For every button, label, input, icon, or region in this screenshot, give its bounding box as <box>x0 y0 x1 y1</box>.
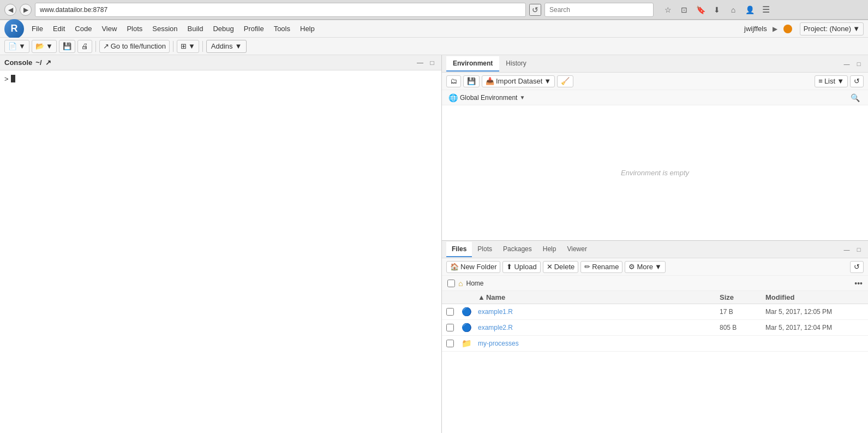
new-folder-button[interactable]: 🏠 New Folder <box>446 261 500 273</box>
save-env-button[interactable]: 🗂 <box>446 75 461 87</box>
menu-plots[interactable]: Plots <box>122 22 147 35</box>
rename-icon: ✏ <box>584 263 590 271</box>
console-body: > <box>0 70 441 433</box>
refresh-button[interactable]: ↺ <box>529 4 541 16</box>
user-expand-icon[interactable]: ▶ <box>770 24 780 34</box>
console-prompt-symbol: > <box>4 75 9 83</box>
rstudio-app: R File Edit Code View Plots Session Buil… <box>0 20 868 433</box>
tab-packages[interactable]: Packages <box>498 242 537 257</box>
path-home-label: Home <box>466 280 483 287</box>
toolbar-sep1 <box>95 41 96 52</box>
env-minimize-button[interactable]: — <box>842 59 852 69</box>
delete-button[interactable]: ✕ Delete <box>543 261 579 273</box>
browser-chrome: ◀ ▶ ↺ ☆ ⊡ 🔖 ⬇ ⌂ 👤 ☰ <box>0 0 868 20</box>
console-path: ~/ <box>35 58 41 67</box>
star-icon[interactable]: ☆ <box>661 3 674 16</box>
files-minimize-button[interactable]: — <box>842 245 852 254</box>
back-button[interactable]: ◀ <box>4 4 16 16</box>
menu-session[interactable]: Session <box>148 22 182 35</box>
console-cursor <box>11 75 15 82</box>
file-row3-name[interactable]: my-processes <box>478 340 717 347</box>
size-column-header[interactable]: Size <box>720 293 763 301</box>
table-row: 📁 my-processes <box>442 336 868 352</box>
clear-env-button[interactable]: 🧹 <box>557 75 573 87</box>
save-button[interactable]: 💾 <box>59 40 75 53</box>
rename-button[interactable]: ✏ Rename <box>580 261 622 273</box>
url-bar[interactable] <box>35 3 526 17</box>
menu-tools[interactable]: Tools <box>270 22 295 35</box>
tab-plots[interactable]: Plots <box>472 242 498 257</box>
tab-history[interactable]: History <box>499 56 532 72</box>
modified-column-header[interactable]: Modified <box>765 293 864 301</box>
menu-help[interactable]: Help <box>296 22 319 35</box>
go-to-file-button[interactable]: ↗ Go to file/function <box>99 40 170 53</box>
folder-row3-icon: 📁 <box>462 339 476 348</box>
file-row2-modified: Mar 5, 2017, 12:04 PM <box>765 324 864 331</box>
table-row: 🔵 example1.R 17 B Mar 5, 2017, 12:05 PM <box>442 304 868 320</box>
env-search-icon[interactable]: 🔍 <box>848 92 861 104</box>
tab-files[interactable]: Files <box>446 242 472 257</box>
import-dataset-icon: 📥 <box>486 77 494 85</box>
file-row2-checkbox[interactable] <box>446 324 454 331</box>
refresh-env-button[interactable]: ↺ <box>850 75 864 87</box>
console-minimize-button[interactable]: — <box>415 58 425 68</box>
env-maximize-button[interactable]: □ <box>854 59 864 69</box>
pocket-icon[interactable]: 🔖 <box>694 3 707 16</box>
account-icon[interactable]: 👤 <box>743 3 756 16</box>
refresh-files-button[interactable]: ↺ <box>850 261 864 273</box>
addins-button[interactable]: Addins ▼ <box>206 40 247 53</box>
browser-search-input[interactable] <box>544 3 654 17</box>
name-column-header[interactable]: ▲ Name <box>478 293 717 301</box>
open-file-button[interactable]: 📂 ▼ <box>32 40 57 53</box>
user-status-dot <box>783 25 792 33</box>
go-to-file-icon: ↗ <box>103 42 109 50</box>
path-more-button[interactable]: ••• <box>854 279 863 288</box>
menu-edit[interactable]: Edit <box>49 22 69 35</box>
more-button[interactable]: ⚙ More ▼ <box>625 261 666 273</box>
reader-icon[interactable]: ⊡ <box>678 3 691 16</box>
toolbar-sep2 <box>173 41 173 52</box>
print-button[interactable]: 🖨 <box>77 40 92 53</box>
load-env-button[interactable]: 💾 <box>463 75 480 87</box>
menu-code[interactable]: Code <box>70 22 96 35</box>
new-file-button[interactable]: 📄 ▼ <box>4 40 29 53</box>
global-env-dropdown-icon[interactable]: ▼ <box>519 94 525 100</box>
workspace-dropdown-icon: ▼ <box>188 42 195 50</box>
home-path-checkbox[interactable] <box>447 280 455 287</box>
home-nav-icon[interactable]: ⌂ <box>727 3 740 16</box>
menu-view[interactable]: View <box>97 22 121 35</box>
menu-file[interactable]: File <box>27 22 47 35</box>
forward-button[interactable]: ▶ <box>20 4 32 16</box>
import-dataset-button[interactable]: 📥 Import Dataset ▼ <box>482 75 555 87</box>
file-row1-checkbox[interactable] <box>446 308 454 316</box>
load-env-icon: 💾 <box>467 77 476 85</box>
file-row2-name[interactable]: example2.R <box>478 324 717 331</box>
list-view-button[interactable]: ≡ List ▼ <box>815 75 848 87</box>
menu-debug[interactable]: Debug <box>208 22 238 35</box>
right-panel: Environment History — □ 🗂 💾 <box>442 55 868 433</box>
workspace-view-button[interactable]: ⊞ ▼ <box>177 40 199 53</box>
new-folder-label: New Folder <box>460 263 496 271</box>
upload-button[interactable]: ⬆ Upload <box>502 261 540 273</box>
tab-help[interactable]: Help <box>537 242 562 257</box>
menu-build[interactable]: Build <box>183 22 208 35</box>
rename-label: Rename <box>592 263 619 271</box>
tab-viewer[interactable]: Viewer <box>561 242 592 257</box>
list-icon: ≡ <box>818 77 823 85</box>
menu-profile[interactable]: Profile <box>240 22 268 35</box>
console-maximize-button[interactable]: □ <box>427 58 437 68</box>
console-path-icon[interactable]: ↗ <box>45 58 51 67</box>
file-row1-icon: 🔵 <box>462 307 476 317</box>
browser-menu-button[interactable]: ☰ <box>759 3 773 16</box>
download-icon[interactable]: ⬇ <box>710 3 723 16</box>
tab-environment[interactable]: Environment <box>446 56 499 72</box>
more-dropdown-icon: ▼ <box>655 263 662 271</box>
files-maximize-button[interactable]: □ <box>854 245 864 254</box>
environment-tab-actions: — □ <box>842 59 864 69</box>
environment-panel: Environment History — □ 🗂 💾 <box>442 55 868 241</box>
project-selector[interactable]: Project: (None) ▼ <box>800 22 864 35</box>
open-file-dropdown-icon: ▼ <box>46 42 53 50</box>
file-row3-checkbox[interactable] <box>446 340 454 347</box>
file-row1-name[interactable]: example1.R <box>478 308 717 316</box>
import-dataset-label: Import Dataset <box>496 77 542 85</box>
